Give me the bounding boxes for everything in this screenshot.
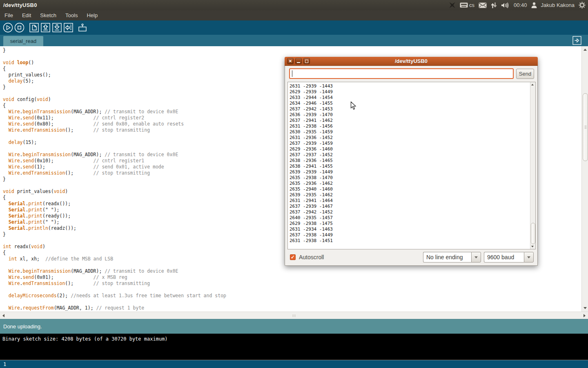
stop-icon — [14, 22, 24, 33]
mail-icon[interactable] — [479, 0, 487, 10]
active-window-title: /dev/ttyUSB0 — [0, 2, 37, 8]
maximize-button[interactable] — [303, 58, 310, 64]
tab-menu-arrow-icon — [572, 36, 581, 45]
scroll-down-arrow[interactable] — [584, 307, 587, 309]
serial-scroll-up-arrow[interactable] — [531, 84, 534, 85]
chevron-down-icon — [527, 256, 530, 258]
menu-sketch[interactable]: Sketch — [36, 11, 61, 20]
serial-send-input[interactable] — [289, 68, 514, 79]
toolbar — [0, 20, 588, 35]
serial-output-area[interactable]: 2631 -2939 -1443 2629 -2939 -1449 2633 -… — [287, 82, 536, 249]
serial-window-title: /dev/ttyUSB0 — [285, 58, 538, 64]
console-text: Binary sketch size: 4208 bytes (of a 307… — [2, 336, 168, 342]
line-number-strip: 1 — [0, 360, 588, 368]
window-controls: ✕ — [285, 58, 310, 64]
tab-serial-read[interactable]: serial_read — [3, 36, 43, 46]
scroll-right-arrow[interactable] — [584, 314, 586, 317]
mouse-cursor — [350, 101, 357, 112]
stop-button[interactable] — [14, 22, 24, 33]
menu-tools[interactable]: Tools — [61, 11, 82, 20]
minimize-button[interactable] — [295, 58, 302, 64]
serial-window-titlebar[interactable]: ✕ /dev/ttyUSB0 — [285, 57, 538, 66]
serial-output-scrollbar[interactable] — [530, 82, 535, 249]
network-arrows-icon[interactable] — [491, 0, 497, 10]
baud-rate-arrow-button[interactable] — [524, 252, 534, 263]
menu-file[interactable]: File — [0, 11, 18, 20]
menu-help[interactable]: Help — [82, 11, 102, 20]
editor-vertical-scrollbar[interactable] — [581, 46, 588, 312]
scroll-left-arrow[interactable] — [2, 314, 4, 317]
new-sketch-button[interactable] — [29, 22, 39, 33]
status-message: Done uploading. — [3, 323, 42, 330]
keyboard-layout-indicator[interactable]: cs — [460, 2, 474, 8]
baud-rate-dropdown[interactable]: 9600 baud — [484, 252, 534, 263]
serial-scroll-down-arrow[interactable] — [531, 246, 534, 247]
user-icon — [531, 0, 537, 10]
text-caret — [292, 70, 292, 77]
status-bar: Done uploading. — [0, 319, 588, 334]
gear-icon[interactable] — [579, 0, 586, 10]
verify-icon — [3, 22, 13, 33]
tab-bar: serial_read — [0, 35, 588, 46]
line-indicator: 1 — [3, 361, 6, 367]
pinwheel-icon[interactable] — [449, 0, 456, 10]
open-icon — [41, 23, 50, 32]
baud-rate-value: 9600 baud — [484, 252, 524, 263]
desktop-top-panel: /dev/ttyUSB0 cs 00:40 Jakub Kakona — [0, 0, 588, 10]
desktop: { "desktop": { "window_title": "/dev/tty… — [0, 0, 588, 368]
serial-monitor-window: ✕ /dev/ttyUSB0 Send 2631 -2939 -1443 262… — [285, 57, 538, 266]
save-sketch-button[interactable] — [51, 22, 62, 33]
line-ending-value: No line ending — [423, 252, 471, 263]
user-menu[interactable]: Jakub Kakona — [541, 2, 575, 8]
close-button[interactable]: ✕ — [287, 58, 294, 64]
scroll-up-arrow[interactable] — [584, 49, 587, 51]
autoscroll-label: Autoscroll — [299, 254, 324, 260]
tab-menu-button[interactable] — [572, 36, 581, 45]
serial-scroll-thumb[interactable] — [531, 223, 535, 244]
line-ending-dropdown[interactable]: No line ending — [423, 252, 481, 263]
send-button-label: Send — [519, 71, 531, 77]
save-icon — [52, 23, 62, 32]
autoscroll-checkbox[interactable]: ✓ — [290, 254, 296, 260]
verify-button[interactable] — [2, 22, 13, 33]
clock[interactable]: 00:40 — [514, 2, 527, 8]
serial-monitor-icon — [78, 23, 88, 33]
build-console: Binary sketch size: 4208 bytes (of a 307… — [0, 334, 588, 360]
chevron-down-icon — [474, 256, 478, 258]
volume-icon[interactable] — [501, 0, 510, 10]
menubar: File Edit Sketch Tools Help — [0, 10, 588, 20]
open-sketch-button[interactable] — [40, 22, 51, 33]
keyboard-icon — [460, 2, 468, 8]
horizontal-scroll-grip[interactable] — [293, 314, 296, 317]
keyboard-layout-label: cs — [469, 2, 474, 8]
vertical-scroll-thumb[interactable] — [583, 93, 588, 161]
system-tray: cs 00:40 Jakub Kakona — [449, 0, 586, 10]
tab-label: serial_read — [10, 38, 36, 44]
new-icon — [29, 23, 39, 32]
menu-edit[interactable]: Edit — [18, 11, 36, 20]
serial-monitor-footer: ✓ Autoscroll No line ending 9600 baud — [285, 251, 537, 263]
serial-monitor-button[interactable] — [78, 22, 88, 33]
serial-output-text: 2631 -2939 -1443 2629 -2939 -1449 2633 -… — [288, 82, 535, 244]
line-ending-arrow-button[interactable] — [471, 252, 481, 263]
send-button[interactable]: Send — [516, 69, 534, 79]
upload-button[interactable] — [63, 22, 74, 33]
editor-horizontal-scrollbar[interactable] — [0, 312, 588, 319]
upload-icon — [64, 23, 73, 32]
